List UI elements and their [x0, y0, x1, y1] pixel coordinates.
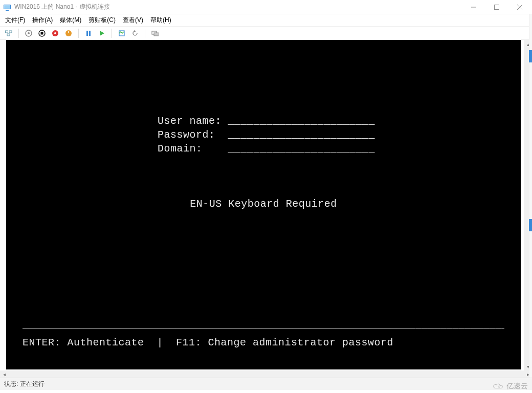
menu-media[interactable]: 媒体(M)	[60, 16, 81, 25]
console-help-line: ENTER: Authenticate | F11: Change admini…	[23, 337, 393, 348]
close-button[interactable]	[508, 0, 531, 14]
domain-field[interactable]: _______________________	[228, 143, 375, 155]
turnoff-icon[interactable]	[23, 28, 34, 39]
menu-bar: 文件(F) 操作(A) 媒体(M) 剪贴板(C) 查看(V) 帮助(H)	[0, 14, 532, 27]
svg-point-25	[498, 386, 500, 387]
svg-rect-1	[4, 5, 10, 9]
menu-help[interactable]: 帮助(H)	[150, 16, 171, 25]
toolbar	[0, 27, 532, 40]
checkpoint-icon[interactable]	[116, 28, 127, 39]
svg-point-11	[28, 32, 30, 34]
revert-icon[interactable]	[129, 28, 141, 39]
maximize-button[interactable]	[485, 0, 508, 14]
menu-clipboard[interactable]: 剪贴板(C)	[88, 16, 116, 25]
status-bar: 状态: 正在运行	[0, 378, 532, 390]
window-titlebar: WIN2016 上的 Nano1 - 虚拟机连接	[0, 0, 532, 14]
svg-marker-20	[100, 31, 104, 36]
vm-display-area: User name: _______________________ Passw…	[0, 40, 532, 378]
start-icon[interactable]	[96, 28, 107, 39]
svg-rect-18	[86, 31, 88, 36]
menu-action[interactable]: 操作(A)	[32, 16, 53, 25]
svg-rect-13	[41, 32, 43, 34]
status-text: 状态: 正在运行	[4, 380, 45, 388]
password-label: Password:	[158, 129, 215, 141]
username-label: User name:	[158, 115, 221, 127]
svg-rect-2	[6, 10, 9, 11]
toolbar-separator	[78, 29, 79, 38]
scroll-left-icon[interactable]: ◂	[0, 370, 8, 378]
vm-console[interactable]: User name: _______________________ Passw…	[6, 40, 521, 369]
svg-rect-9	[7, 34, 10, 36]
app-icon	[3, 3, 11, 11]
menu-file[interactable]: 文件(F)	[5, 16, 25, 25]
svg-point-15	[54, 32, 56, 34]
svg-rect-24	[154, 33, 159, 36]
password-field[interactable]: _______________________	[228, 129, 375, 141]
toolbar-separator	[18, 29, 19, 38]
pause-icon[interactable]	[83, 28, 94, 39]
toolbar-separator	[145, 29, 145, 38]
horizontal-scrollbar[interactable]: ◂ ▸	[0, 370, 532, 378]
svg-rect-4	[494, 5, 499, 9]
keyboard-notice: EN-US Keyboard Required	[6, 198, 521, 210]
background-window-edge	[529, 14, 532, 378]
svg-marker-22	[134, 30, 136, 32]
domain-label: Domain:	[158, 143, 203, 155]
svg-rect-8	[9, 31, 12, 33]
ctrl-alt-del-icon[interactable]	[3, 28, 14, 39]
watermark: 亿速云	[492, 382, 528, 391]
menu-view[interactable]: 查看(V)	[123, 16, 143, 25]
watermark-text: 亿速云	[506, 382, 528, 391]
stop-icon[interactable]	[36, 28, 48, 39]
window-title: WIN2016 上的 Nano1 - 虚拟机连接	[14, 3, 110, 11]
svg-rect-19	[89, 31, 91, 36]
enhanced-session-icon[interactable]	[149, 28, 161, 39]
save-state-icon[interactable]	[63, 28, 74, 39]
minimize-button[interactable]	[462, 0, 485, 14]
shutdown-icon[interactable]	[50, 28, 61, 39]
toolbar-separator	[112, 29, 112, 38]
svg-rect-7	[6, 31, 8, 33]
cloud-icon	[492, 383, 503, 390]
username-field[interactable]: _______________________	[228, 115, 375, 127]
console-separator: ________________________________________…	[23, 319, 504, 331]
